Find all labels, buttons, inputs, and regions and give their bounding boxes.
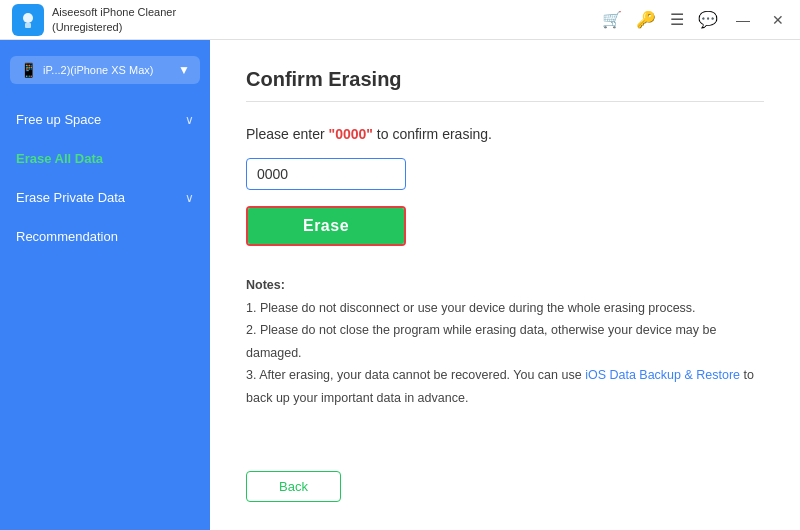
app-unregistered: (Unregistered) <box>52 20 176 34</box>
ios-backup-link[interactable]: iOS Data Backup & Restore <box>585 368 740 382</box>
svg-rect-1 <box>25 23 31 28</box>
comment-icon[interactable]: 💬 <box>698 10 718 29</box>
key-icon[interactable]: 🔑 <box>636 10 656 29</box>
title-divider <box>246 101 764 102</box>
sidebar-item-free-up-space[interactable]: Free up Space ∨ <box>0 100 210 139</box>
prompt-text: Please enter "0000" to confirm erasing. <box>246 126 764 142</box>
title-bar: Aiseesoft iPhone Cleaner (Unregistered) … <box>0 0 800 40</box>
chevron-right-icon-2: ∨ <box>185 191 194 205</box>
confirm-input[interactable] <box>246 158 406 190</box>
note-2: 2. Please do not close the program while… <box>246 319 764 364</box>
erase-button-wrapper: Erase <box>246 206 406 246</box>
erase-button[interactable]: Erase <box>248 208 404 244</box>
device-label: iP...2)(iPhone XS Max) <box>43 64 172 76</box>
app-header: Aiseesoft iPhone Cleaner (Unregistered) <box>12 4 176 36</box>
back-button[interactable]: Back <box>246 471 341 502</box>
note-1: 1. Please do not disconnect or use your … <box>246 297 764 320</box>
device-selector[interactable]: 📱 iP...2)(iPhone XS Max) ▼ <box>10 56 200 84</box>
sidebar-item-erase-private-data[interactable]: Erase Private Data ∨ <box>0 178 210 217</box>
chevron-right-icon: ∨ <box>185 113 194 127</box>
minimize-button[interactable]: — <box>732 10 754 30</box>
app-title: Aiseesoft iPhone Cleaner (Unregistered) <box>52 5 176 34</box>
prompt-code: "0000" <box>329 126 373 142</box>
notes-title: Notes: <box>246 278 285 292</box>
prompt-post: to confirm erasing. <box>373 126 492 142</box>
prompt-pre: Please enter <box>246 126 329 142</box>
app-body: 📱 iP...2)(iPhone XS Max) ▼ Free up Space… <box>0 40 800 530</box>
sidebar-label-recommendation: Recommendation <box>16 229 118 244</box>
note-3-pre: 3. After erasing, your data cannot be re… <box>246 368 585 382</box>
close-button[interactable]: ✕ <box>768 10 788 30</box>
menu-icon[interactable]: ☰ <box>670 10 684 29</box>
note-3: 3. After erasing, your data cannot be re… <box>246 364 764 409</box>
main-content: Confirm Erasing Please enter "0000" to c… <box>210 40 800 530</box>
page-title: Confirm Erasing <box>246 68 764 91</box>
sidebar-item-recommendation[interactable]: Recommendation <box>0 217 210 256</box>
sidebar-item-erase-all-data[interactable]: Erase All Data <box>0 139 210 178</box>
phone-icon: 📱 <box>20 62 37 78</box>
window-controls: 🛒 🔑 ☰ 💬 — ✕ <box>602 10 788 30</box>
sidebar-label-erase-all-data: Erase All Data <box>16 151 103 166</box>
app-logo <box>12 4 44 36</box>
notes-section: Notes: 1. Please do not disconnect or us… <box>246 274 764 409</box>
chevron-down-icon: ▼ <box>178 63 190 77</box>
back-button-area: Back <box>246 451 764 502</box>
cart-icon[interactable]: 🛒 <box>602 10 622 29</box>
sidebar-label-erase-private-data: Erase Private Data <box>16 190 125 205</box>
sidebar: 📱 iP...2)(iPhone XS Max) ▼ Free up Space… <box>0 40 210 530</box>
app-name: Aiseesoft iPhone Cleaner <box>52 5 176 19</box>
sidebar-label-free-up-space: Free up Space <box>16 112 101 127</box>
svg-point-0 <box>23 13 33 23</box>
